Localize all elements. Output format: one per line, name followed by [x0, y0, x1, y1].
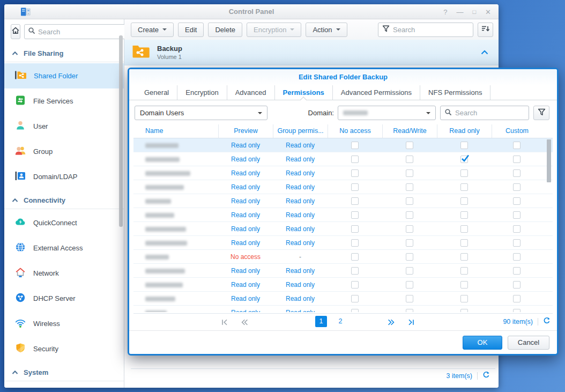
checkbox-custom[interactable] — [513, 225, 521, 233]
table-scrollbar[interactable] — [547, 139, 551, 182]
sidebar-scrollbar[interactable] — [119, 35, 123, 227]
sidebar-item-dhcp-server[interactable]: DHCP Server — [4, 286, 124, 311]
tab-advanced[interactable]: Advanced — [227, 85, 275, 100]
table-row[interactable]: Read onlyRead only — [133, 138, 553, 152]
filter-button[interactable] — [533, 106, 549, 120]
checkbox-no-access[interactable] — [351, 156, 359, 163]
checkbox-no-access[interactable] — [351, 267, 359, 275]
checkbox-custom[interactable] — [513, 253, 521, 261]
checkbox-no-access[interactable] — [351, 295, 359, 302]
close-button[interactable]: ✕ — [485, 8, 491, 16]
checkbox-read-only[interactable] — [460, 225, 468, 233]
sidebar-item-file-services[interactable]: File Services — [4, 88, 124, 114]
checkbox-read-only[interactable] — [460, 142, 468, 149]
sidebar-item-security[interactable]: Security — [4, 336, 124, 361]
checkbox-read-write[interactable] — [406, 169, 413, 177]
tab-advanced-permissions[interactable]: Advanced Permissions — [333, 85, 420, 100]
table-row[interactable]: Read onlyRead only — [133, 306, 553, 312]
home-button[interactable] — [11, 24, 20, 39]
next-page-button[interactable] — [388, 318, 395, 328]
checkbox-no-access[interactable] — [351, 197, 359, 205]
checkbox-custom[interactable] — [513, 239, 521, 247]
table-row[interactable]: Read onlyRead only — [133, 264, 553, 278]
checkbox-no-access[interactable] — [351, 253, 359, 261]
checkbox-read-only[interactable] — [460, 295, 468, 302]
table-row[interactable]: Read onlyRead only — [133, 292, 553, 306]
sidebar-item-external-access[interactable]: External Access — [4, 235, 124, 261]
help-button[interactable]: ? — [443, 8, 447, 16]
checkbox-read-only[interactable] — [460, 183, 468, 191]
table-row[interactable]: No access- — [133, 250, 553, 264]
table-row[interactable]: Read onlyRead only — [133, 236, 553, 250]
list-filter-input[interactable] — [393, 26, 469, 34]
checkbox-no-access[interactable] — [351, 239, 359, 247]
previous-page-button[interactable] — [241, 318, 248, 328]
delete-button[interactable]: Delete — [208, 23, 242, 37]
tab-nfs-permissions[interactable]: NFS Permissions — [420, 85, 490, 100]
shared-folder-row-backup[interactable]: Backup Volume 1 — [124, 40, 499, 65]
checkbox-read-write[interactable] — [406, 225, 413, 233]
checkbox-read-only[interactable] — [460, 197, 468, 205]
edit-button[interactable]: Edit — [178, 23, 204, 37]
checkbox-no-access[interactable] — [351, 169, 359, 177]
collapse-chevron-icon[interactable] — [480, 48, 489, 57]
column-header-read-write[interactable]: Read/Write — [382, 124, 437, 138]
table-row[interactable]: Read onlyRead only — [133, 222, 553, 236]
refresh-icon[interactable] — [482, 371, 490, 381]
list-filter-search[interactable] — [378, 23, 473, 37]
checkbox-no-access[interactable] — [351, 183, 359, 191]
column-header-preview[interactable]: Preview — [218, 124, 273, 138]
checkbox-custom[interactable] — [513, 295, 521, 302]
checkbox-read-only[interactable] — [460, 267, 468, 275]
checkbox-read-only[interactable] — [460, 281, 468, 289]
checkbox-read-only[interactable] — [460, 169, 468, 177]
table-row[interactable]: Read onlyRead only — [133, 152, 553, 166]
checkbox-read-only[interactable] — [460, 239, 468, 247]
checkbox-custom[interactable] — [513, 197, 521, 205]
checkbox-read-write[interactable] — [406, 142, 413, 149]
table-row[interactable]: Read onlyRead only — [133, 208, 553, 222]
checkbox-no-access[interactable] — [351, 309, 359, 313]
column-header-custom[interactable]: Custom — [492, 124, 542, 138]
checkbox-read-write[interactable] — [406, 211, 413, 219]
titlebar[interactable]: Control Panel ? — □ ✕ — [4, 4, 499, 19]
checkbox-no-access[interactable] — [351, 142, 359, 149]
sidebar-item-shared-folder[interactable]: Shared Folder — [4, 63, 124, 88]
sidebar-item-quickconnect[interactable]: QuickConnect — [4, 210, 124, 235]
checkbox-read-write[interactable] — [406, 281, 413, 289]
checkbox-read-write[interactable] — [406, 197, 413, 205]
user-type-select[interactable]: Domain Users — [135, 106, 267, 120]
sidebar-item-wireless[interactable]: Wireless — [4, 311, 124, 336]
first-page-button[interactable] — [221, 318, 228, 328]
checkbox-read-write[interactable] — [406, 183, 413, 191]
sidebar-item-info-center[interactable]: i Info Center — [4, 382, 124, 388]
checkbox-read-only[interactable] — [460, 253, 468, 261]
checkbox-read-write[interactable] — [406, 267, 413, 275]
permissions-search-input[interactable] — [455, 109, 525, 117]
checkbox-read-write[interactable] — [406, 295, 413, 302]
sidebar-item-group[interactable]: Group — [4, 139, 124, 164]
section-system[interactable]: System — [4, 361, 124, 381]
sort-button[interactable] — [478, 23, 493, 37]
checkbox-read-only[interactable] — [460, 309, 468, 313]
tab-general[interactable]: General — [136, 85, 177, 100]
domain-select[interactable] — [338, 106, 436, 120]
table-row[interactable]: Read onlyRead only — [133, 180, 553, 194]
last-page-button[interactable] — [407, 318, 414, 328]
ok-button[interactable]: OK — [463, 336, 502, 350]
checkbox-custom[interactable] — [513, 142, 521, 149]
encryption-button[interactable]: Encryption — [247, 23, 301, 37]
sidebar-item-domain-ldap[interactable]: Domain/LDAP — [4, 164, 124, 189]
refresh-icon[interactable] — [543, 317, 551, 327]
checkbox-custom[interactable] — [513, 183, 521, 191]
checkbox-custom[interactable] — [513, 281, 521, 289]
checkbox-read-write[interactable] — [406, 253, 413, 261]
tab-permissions[interactable]: Permissions — [275, 85, 333, 100]
permissions-search[interactable] — [440, 106, 529, 120]
column-header-read-only[interactable]: Read only — [437, 124, 492, 138]
maximize-button[interactable]: □ — [472, 9, 476, 15]
checkbox-read-write[interactable] — [406, 239, 413, 247]
table-row[interactable]: Read onlyRead only — [133, 278, 553, 292]
action-button[interactable]: Action — [306, 23, 347, 37]
section-file-sharing[interactable]: File Sharing — [4, 42, 124, 62]
